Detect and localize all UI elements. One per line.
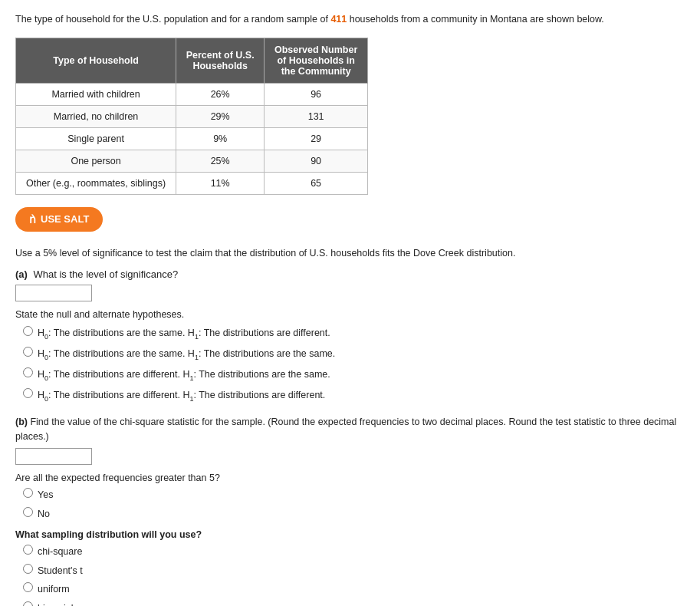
sampling-students-t[interactable]: Student's t (23, 564, 685, 578)
table-row: One person25%90 (16, 150, 368, 172)
hypothesis-radio-1[interactable] (23, 326, 33, 336)
use-salt-button[interactable]: ǹ‍ USE SALT (15, 207, 103, 232)
salt-icon: ǹ‍ (29, 213, 36, 226)
table-cell-percent: 29% (176, 105, 265, 127)
table-cell-percent: 9% (176, 127, 265, 150)
part-b: (b) Find the value of the chi-square sta… (15, 415, 685, 606)
table-cell-type: Married with children (16, 83, 176, 105)
sampling-binomial[interactable]: binomial (23, 601, 685, 606)
table-cell-observed: 96 (265, 83, 368, 105)
table-cell-observed: 65 (265, 172, 368, 194)
col-header-type: Type of Household (16, 38, 176, 83)
col-header-percent: Percent of U.S.Households (176, 38, 265, 83)
part-a-question: What is the level of significance? (34, 268, 179, 280)
table-cell-percent: 25% (176, 150, 265, 172)
sampling-question: What sampling distribution will you use? (15, 529, 685, 540)
freq-question: Are all the expected frequencies greater… (15, 473, 685, 483)
freq-yes-radio[interactable] (23, 488, 33, 498)
section-instruction: Use a 5% level of significance to test t… (15, 245, 685, 261)
table-cell-type: Single parent (16, 127, 176, 150)
col-header-observed: Observed Numberof Households inthe Commu… (265, 38, 368, 83)
table-cell-type: One person (16, 150, 176, 172)
hypothesis-option-1[interactable]: H0: The distributions are the same. H1: … (23, 326, 685, 342)
sampling-chi-square-radio[interactable] (23, 545, 33, 555)
table-row: Married with children26%96 (16, 83, 368, 105)
table-cell-observed: 131 (265, 105, 368, 127)
hypothesis-radio-4[interactable] (23, 388, 33, 398)
table-row: Other (e.g., roommates, siblings)11%65 (16, 172, 368, 194)
table-cell-type: Other (e.g., roommates, siblings) (16, 172, 176, 194)
hypothesis-option-4[interactable]: H0: The distributions are different. H1:… (23, 388, 685, 404)
hypothesis-option-2[interactable]: H0: The distributions are the same. H1: … (23, 347, 685, 363)
hypotheses-group: H0: The distributions are the same. H1: … (23, 326, 685, 404)
hypothesis-option-3[interactable]: H0: The distributions are different. H1:… (23, 367, 685, 384)
freq-no-option[interactable]: No (23, 507, 685, 522)
intro-text: The type of household for the U.S. popul… (15, 12, 685, 27)
part-a: (a) What is the level of significance? S… (15, 268, 685, 404)
part-b-text: (b) Find the value of the chi-square sta… (15, 415, 685, 444)
chi-square-input[interactable] (15, 448, 92, 465)
hypotheses-label: State the null and alternate hypotheses. (15, 309, 685, 320)
freq-no-radio[interactable] (23, 507, 33, 517)
sampling-uniform[interactable]: uniform (23, 582, 685, 597)
significance-input[interactable] (15, 285, 92, 301)
table-row: Single parent9%29 (16, 127, 368, 150)
sampling-students-t-radio[interactable] (23, 564, 33, 574)
table-cell-observed: 29 (265, 127, 368, 150)
table-cell-percent: 11% (176, 172, 265, 194)
freq-options-group: Yes No (23, 488, 685, 522)
hypothesis-radio-3[interactable] (23, 367, 33, 377)
table-row: Married, no children29%131 (16, 105, 368, 127)
use-salt-label: USE SALT (41, 213, 89, 225)
household-table: Type of Household Percent of U.S.Househo… (15, 38, 368, 195)
sampling-group: chi-square Student's t uniform binomial … (23, 545, 685, 606)
sampling-chi-square[interactable]: chi-square (23, 545, 685, 559)
hypothesis-radio-2[interactable] (23, 347, 33, 357)
table-cell-percent: 26% (176, 83, 265, 105)
sampling-uniform-radio[interactable] (23, 582, 33, 592)
table-cell-type: Married, no children (16, 105, 176, 127)
sampling-binomial-radio[interactable] (23, 601, 33, 606)
freq-yes-option[interactable]: Yes (23, 488, 685, 502)
table-cell-observed: 90 (265, 150, 368, 172)
